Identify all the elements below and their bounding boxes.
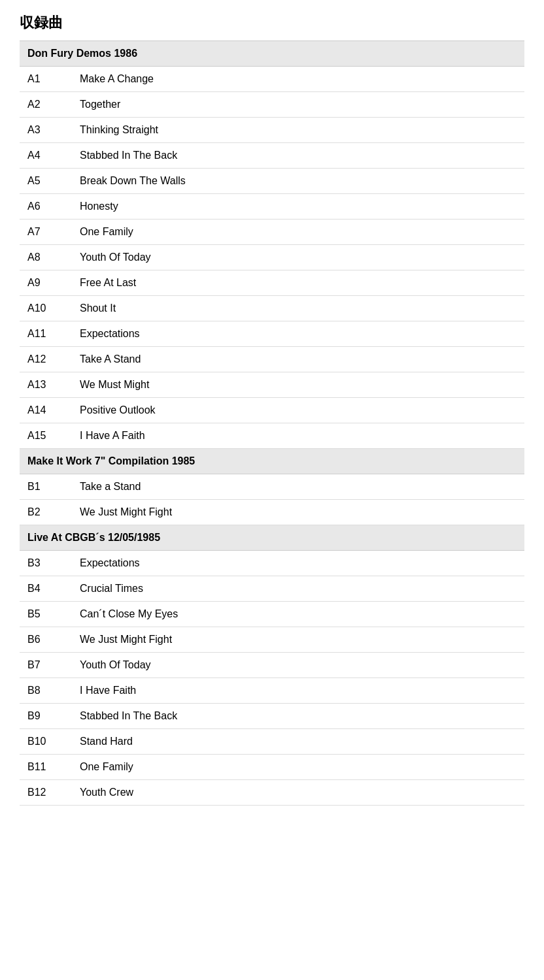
table-row: A7One Family — [20, 220, 524, 245]
table-row: A12Take A Stand — [20, 347, 524, 372]
table-row: A15I Have A Faith — [20, 423, 524, 449]
track-number: B11 — [20, 755, 72, 780]
track-title: Honesty — [72, 194, 524, 220]
track-number: B8 — [20, 678, 72, 704]
track-number: B5 — [20, 602, 72, 627]
track-title: Expectations — [72, 551, 524, 576]
table-row: B7Youth Of Today — [20, 653, 524, 678]
track-number: B2 — [20, 500, 72, 525]
table-row: B9Stabbed In The Back — [20, 704, 524, 729]
track-title: Thinking Straight — [72, 118, 524, 143]
table-row: B5Can´t Close My Eyes — [20, 602, 524, 627]
table-row: A6Honesty — [20, 194, 524, 220]
table-row: A9Free At Last — [20, 270, 524, 296]
track-title: Stabbed In The Back — [72, 704, 524, 729]
table-row: A1Make A Change — [20, 67, 524, 92]
section-header-section-a: Don Fury Demos 1986 — [20, 41, 524, 67]
track-number: A13 — [20, 372, 72, 398]
track-number: B1 — [20, 474, 72, 500]
tracklist-table: Don Fury Demos 1986A1Make A ChangeA2Toge… — [20, 41, 524, 806]
track-number: B12 — [20, 780, 72, 806]
track-title: Crucial Times — [72, 576, 524, 602]
track-number: A7 — [20, 220, 72, 245]
track-title: I Have A Faith — [72, 423, 524, 449]
page-title: 収録曲 — [20, 13, 524, 33]
track-number: A12 — [20, 347, 72, 372]
track-number: A2 — [20, 92, 72, 118]
track-number: A15 — [20, 423, 72, 449]
track-title: Take A Stand — [72, 347, 524, 372]
track-title: Positive Outlook — [72, 398, 524, 423]
table-row: A2Together — [20, 92, 524, 118]
track-number: B4 — [20, 576, 72, 602]
section-header-section-c: Live At CBGB´s 12/05/1985 — [20, 525, 524, 551]
track-title: We Must Might — [72, 372, 524, 398]
track-title: Shout It — [72, 296, 524, 321]
track-number: A6 — [20, 194, 72, 220]
table-row: B10Stand Hard — [20, 729, 524, 755]
track-number: B7 — [20, 653, 72, 678]
track-number: A5 — [20, 169, 72, 194]
track-number: B10 — [20, 729, 72, 755]
track-title: Can´t Close My Eyes — [72, 602, 524, 627]
track-number: B9 — [20, 704, 72, 729]
table-row: A5Break Down The Walls — [20, 169, 524, 194]
track-number: A9 — [20, 270, 72, 296]
track-number: A14 — [20, 398, 72, 423]
section-header-section-b: Make It Work 7" Compilation 1985 — [20, 449, 524, 474]
track-title: Youth Of Today — [72, 245, 524, 270]
table-row: A4Stabbed In The Back — [20, 143, 524, 169]
table-row: B1Take a Stand — [20, 474, 524, 500]
track-title: Take a Stand — [72, 474, 524, 500]
track-number: A8 — [20, 245, 72, 270]
track-title: We Just Might Fight — [72, 627, 524, 653]
table-row: A8Youth Of Today — [20, 245, 524, 270]
track-title: Youth Of Today — [72, 653, 524, 678]
track-number: B6 — [20, 627, 72, 653]
track-title: Stand Hard — [72, 729, 524, 755]
table-row: B2We Just Might Fight — [20, 500, 524, 525]
track-title: Youth Crew — [72, 780, 524, 806]
table-row: B12Youth Crew — [20, 780, 524, 806]
table-row: B4Crucial Times — [20, 576, 524, 602]
table-row: A11Expectations — [20, 321, 524, 347]
table-row: A3Thinking Straight — [20, 118, 524, 143]
track-title: Expectations — [72, 321, 524, 347]
track-title: Stabbed In The Back — [72, 143, 524, 169]
track-number: A10 — [20, 296, 72, 321]
track-title: We Just Might Fight — [72, 500, 524, 525]
track-number: A11 — [20, 321, 72, 347]
track-title: Break Down The Walls — [72, 169, 524, 194]
track-number: B3 — [20, 551, 72, 576]
table-row: A10Shout It — [20, 296, 524, 321]
track-number: A3 — [20, 118, 72, 143]
table-row: A14Positive Outlook — [20, 398, 524, 423]
track-number: A4 — [20, 143, 72, 169]
track-title: One Family — [72, 755, 524, 780]
track-title: I Have Faith — [72, 678, 524, 704]
table-row: B3Expectations — [20, 551, 524, 576]
table-row: B11One Family — [20, 755, 524, 780]
table-row: B8I Have Faith — [20, 678, 524, 704]
track-title: One Family — [72, 220, 524, 245]
track-number: A1 — [20, 67, 72, 92]
table-row: A13We Must Might — [20, 372, 524, 398]
track-title: Make A Change — [72, 67, 524, 92]
table-row: B6We Just Might Fight — [20, 627, 524, 653]
track-title: Free At Last — [72, 270, 524, 296]
track-title: Together — [72, 92, 524, 118]
